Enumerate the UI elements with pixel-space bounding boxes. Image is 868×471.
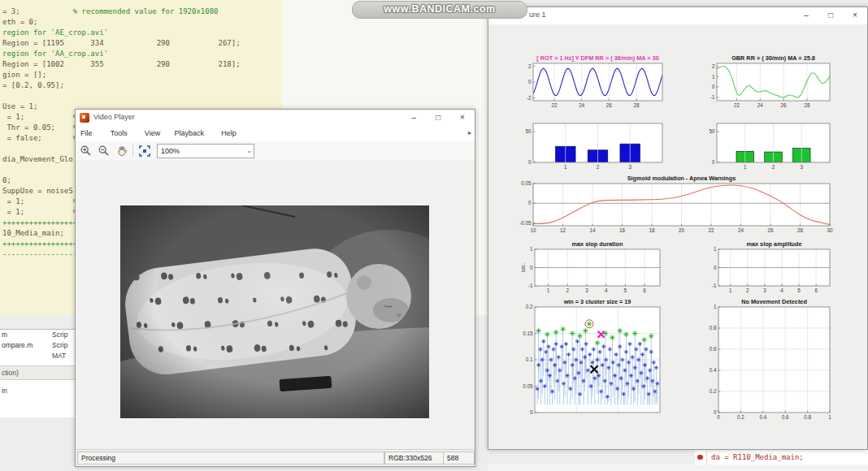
- zoom-level-value: 100%: [161, 145, 180, 158]
- close-button[interactable]: ×: [450, 110, 475, 127]
- file-panel-item[interactable]: in: [0, 385, 75, 396]
- breakpoint-dot[interactable]: [697, 455, 703, 460]
- menu-item-playback[interactable]: Playback: [175, 129, 205, 137]
- menu-item-file[interactable]: File: [80, 129, 93, 137]
- toolbar: 100% ⌄: [76, 141, 475, 161]
- figure-window: ure 1 – □ ×: [488, 6, 868, 450]
- figure-canvas: [488, 24, 867, 449]
- zoom-in-button[interactable]: [79, 144, 95, 159]
- code-line: eth = 0;: [2, 17, 241, 28]
- file-panel-section-header: ction): [0, 365, 75, 380]
- pan-button[interactable]: [115, 144, 131, 159]
- menu-bar: ▸ FileToolsViewPlaybackHelp: [76, 127, 475, 142]
- close-button[interactable]: ×: [843, 7, 867, 24]
- bandicam-watermark: www.BANDICAM.com: [352, 1, 527, 19]
- video-frame: [120, 205, 429, 418]
- minimize-button[interactable]: –: [401, 110, 426, 127]
- file-name: ompare.m: [2, 340, 33, 351]
- video-display-area: [76, 160, 475, 450]
- editor-debug-line: da = R110_Media_main;: [695, 448, 868, 465]
- file-type: Scrip: [52, 330, 67, 340]
- code-line: gion = [];: [2, 70, 241, 80]
- fit-to-window-button[interactable]: [137, 144, 154, 159]
- frame-counter: 588: [443, 452, 475, 465]
- baby-night-vision-video: [120, 205, 429, 418]
- toolbar-separator: [132, 145, 133, 157]
- code-line: Region = [1195 334 290 267];: [2, 38, 241, 49]
- menu-overflow-icon[interactable]: ▸: [468, 129, 471, 136]
- screen: = 3; % recommended value for 1920x1080et…: [0, 0, 868, 471]
- zoom-level-dropdown[interactable]: 100% ⌄: [157, 144, 254, 158]
- code-line: = 3; % recommended value for 1920x1080: [2, 6, 241, 17]
- status-bar: Processing RGB:330x526 588: [76, 449, 475, 466]
- video-player-title: Video Player: [93, 113, 135, 121]
- status-message: Processing: [77, 452, 384, 465]
- code-line: = [0.2, 0.95];: [2, 80, 241, 91]
- figure-title: ure 1: [529, 11, 546, 19]
- fit-to-window-icon: [138, 145, 151, 158]
- file-type: Scrip: [52, 340, 67, 351]
- maximize-button[interactable]: □: [818, 7, 843, 24]
- desktop-strip: [488, 465, 868, 471]
- menu-item-tools[interactable]: Tools: [111, 129, 128, 137]
- file-row[interactable]: mScrip: [0, 330, 75, 340]
- file-row[interactable]: ompare.mScrip: [0, 340, 75, 351]
- code-line: region for 'AE_crop.avi': [2, 28, 241, 38]
- debug-line-text: da = R110_Media_main;: [711, 449, 804, 465]
- code-line: region for 'AA_crop.avi': [2, 49, 241, 59]
- zoom-in-icon: [80, 145, 93, 158]
- maximize-button[interactable]: □: [426, 110, 450, 127]
- code-line: Region = [1002 355 290 218];: [2, 59, 241, 70]
- menu-item-view[interactable]: View: [145, 129, 160, 137]
- zoom-out-icon: [98, 145, 111, 158]
- file-type: MAT: [52, 351, 66, 361]
- menu-item-help[interactable]: Help: [221, 129, 237, 137]
- video-player-window: Video Player – □ × ▸ FileToolsViewPlayba…: [75, 109, 475, 467]
- video-player-titlebar[interactable]: Video Player – □ ×: [76, 110, 475, 127]
- chevron-down-icon: ⌄: [246, 145, 252, 158]
- zoom-out-button[interactable]: [97, 144, 113, 159]
- code-line: [2, 91, 241, 102]
- file-name: m: [2, 330, 7, 340]
- minimize-button[interactable]: –: [794, 7, 818, 24]
- pan-hand-icon: [115, 145, 128, 158]
- file-browser-panel: mScripompare.mScripMAT ction) in: [0, 329, 75, 417]
- video-player-icon: [80, 113, 89, 123]
- figure-titlebar[interactable]: ure 1 – □ ×: [488, 7, 867, 25]
- file-row[interactable]: MAT: [0, 351, 75, 361]
- video-dimensions: RGB:330x526: [384, 452, 445, 465]
